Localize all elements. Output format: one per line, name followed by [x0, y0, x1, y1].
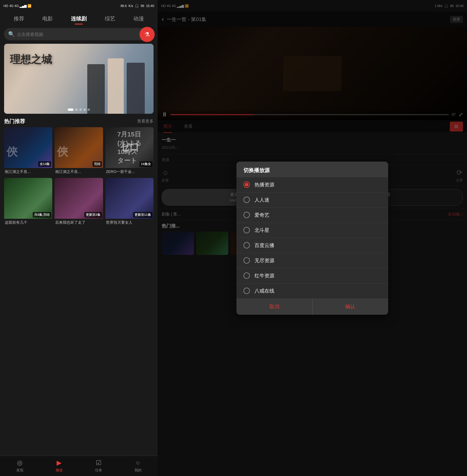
nav-mine-label: 我的	[135, 468, 142, 473]
grid-title-5: 后来我也坏了走了	[55, 219, 103, 226]
grid-item-3[interactable]: 7月15日(水)よる10時スタート ゼ口 14集全 ZERO一获千金...	[105, 127, 154, 176]
banner[interactable]: 理想之城	[4, 44, 154, 114]
option-label-0: 热播资源	[255, 181, 274, 188]
nav-task[interactable]: ☑ 任务	[95, 459, 102, 473]
grid-img-1: 俠 全14集	[4, 127, 52, 168]
grid-title-2: 画江湖之不良...	[55, 168, 103, 176]
cancel-label: 取消	[269, 304, 279, 309]
grid-img-5: 更新至3集	[55, 178, 103, 219]
option-label-5: 无尽资源	[255, 257, 274, 264]
bottom-nav: ◎ 发现 ▶ 频道 ☑ 任务 ○ 我的	[0, 456, 158, 476]
dialog-option-4[interactable]: 百度云播	[236, 238, 388, 253]
radio-7	[243, 288, 250, 294]
tab-variety[interactable]: 综艺	[102, 14, 118, 23]
option-label-6: 红牛资源	[255, 272, 274, 279]
grid-item-6[interactable]: 更新至11集 世界毁灭要女人	[105, 178, 154, 226]
option-label-3: 北斗星	[255, 227, 269, 234]
nav-channel-label: 频道	[56, 468, 63, 473]
option-label-1: 人人迷	[255, 197, 269, 203]
grid-item-4[interactable]: 共8集,完结 这面前有几个	[4, 178, 52, 226]
confirm-label: 确认	[345, 304, 355, 309]
radio-5	[243, 257, 250, 264]
filter-icon: ⚗	[144, 31, 150, 38]
channel-icon: ▶	[57, 459, 62, 467]
right-panel: HD 4G 4G ▂▄▆ 📶 1 M/s 🎧 86 15:40 ‹ 一生一世 -…	[158, 0, 467, 476]
dialog-footer: 取消 确认	[236, 299, 388, 315]
left-panel: HD 4G 4G ▂▄▆ 📶 88.6 K/s 🎧 86 15:40 推荐 电影…	[0, 0, 158, 476]
option-label-4: 百度云播	[255, 242, 274, 249]
dot-2	[75, 108, 78, 111]
dot-5	[88, 108, 90, 111]
grid-img-6: 更新至11集	[105, 178, 154, 219]
search-bar: 🔍 ⚗	[4, 28, 154, 40]
search-icon: 🔍	[8, 31, 15, 37]
grid-img-3: 7月15日(水)よる10時スタート ゼ口 14集全	[105, 127, 154, 168]
badge-1: 全14集	[38, 161, 51, 167]
left-status-right: 88.6 K/s 🎧 86 15:40	[121, 4, 154, 8]
grid-item-5[interactable]: 更新至3集 后来我也坏了走了	[55, 178, 103, 226]
banner-title: 理想之城	[10, 52, 52, 67]
option-label-7: 八戒在线	[255, 288, 274, 294]
tab-movie[interactable]: 电影	[40, 14, 55, 23]
see-more-button[interactable]: 查看更多	[137, 119, 154, 124]
dialog-option-2[interactable]: 爱奇艺	[236, 208, 388, 223]
dot-4	[83, 108, 86, 111]
left-signal-icons: 4G 4G ▂▄▆ 📶	[9, 4, 32, 8]
grid-title-3: ZERO一获千金...	[105, 168, 154, 176]
hot-section-header: 热门推荐 查看更多	[0, 114, 158, 127]
nav-discover[interactable]: ◎ 发现	[16, 459, 23, 473]
nav-channel[interactable]: ▶ 频道	[56, 459, 63, 473]
hot-section-title: 热门推荐	[4, 118, 25, 125]
badge-4: 共8集,完结	[33, 212, 51, 218]
grid-item-1[interactable]: 俠 全14集 画江湖之不良...	[4, 127, 52, 176]
dialog-overlay: 切换播放源 热播资源 人人迷 爱奇艺 北斗星 百	[158, 0, 467, 476]
left-bluetooth-icon: 🎧	[135, 4, 139, 8]
dialog-option-7[interactable]: 八戒在线	[236, 284, 388, 299]
grid-img-2: 俠 完结	[55, 127, 103, 168]
dot-1	[68, 108, 74, 111]
badge-3: 14集全	[140, 161, 152, 167]
grid-title-4: 这面前有几个	[4, 219, 52, 226]
radio-6	[243, 272, 250, 279]
dialog-option-6[interactable]: 红牛资源	[236, 268, 388, 284]
left-status-bar: HD 4G 4G ▂▄▆ 📶 88.6 K/s 🎧 86 15:40	[0, 0, 158, 12]
filter-button[interactable]: ⚗	[140, 27, 155, 42]
radio-inner-0	[245, 183, 248, 186]
nav-mine[interactable]: ○ 我的	[135, 459, 142, 473]
radio-4	[243, 242, 250, 249]
dialog-option-1[interactable]: 人人迷	[236, 192, 388, 208]
nav-tabs: 推荐 电影 连续剧 综艺 动漫	[0, 12, 158, 24]
grid-item-2[interactable]: 俠 完结 画江湖之不良...	[55, 127, 103, 176]
radio-0	[243, 181, 250, 188]
task-icon: ☑	[96, 459, 102, 467]
radio-2	[243, 212, 250, 218]
grid-title-1: 画江湖之不良...	[4, 168, 52, 176]
banner-content: 理想之城	[4, 44, 154, 114]
tab-series[interactable]: 连续剧	[69, 14, 89, 23]
left-status-left: HD 4G 4G ▂▄▆ 📶	[4, 4, 32, 8]
left-speed: 88.6	[121, 4, 127, 8]
cancel-button[interactable]: 取消	[236, 299, 312, 315]
banner-dots	[68, 108, 90, 111]
nav-discover-label: 发现	[16, 468, 23, 473]
radio-3	[243, 227, 250, 233]
confirm-button[interactable]: 确认	[313, 299, 388, 315]
left-time: 15:40	[146, 4, 154, 8]
tab-anime[interactable]: 动漫	[131, 14, 146, 23]
dialog-option-5[interactable]: 无尽资源	[236, 253, 388, 268]
tab-recommend[interactable]: 推荐	[11, 14, 27, 23]
dialog-option-3[interactable]: 北斗星	[236, 223, 388, 238]
dot-3	[79, 108, 82, 111]
badge-2: 完结	[93, 161, 102, 167]
left-speed-unit: K/s	[128, 4, 133, 8]
grid-title-6: 世界毁灭要女人	[105, 219, 154, 226]
left-hd-badge: HD	[4, 4, 8, 8]
dialog-option-0[interactable]: 热播资源	[236, 177, 388, 192]
search-input[interactable]	[17, 32, 149, 37]
radio-1	[243, 197, 250, 203]
dialog-header: 切换播放源	[236, 162, 388, 177]
left-battery: 86	[141, 4, 144, 8]
grid-row-1: 俠 全14集 画江湖之不良... 俠 完结 画江湖之不良... 7月15日(水)…	[0, 127, 158, 176]
grid-img-4: 共8集,完结	[4, 178, 52, 219]
mine-icon: ○	[136, 459, 140, 467]
